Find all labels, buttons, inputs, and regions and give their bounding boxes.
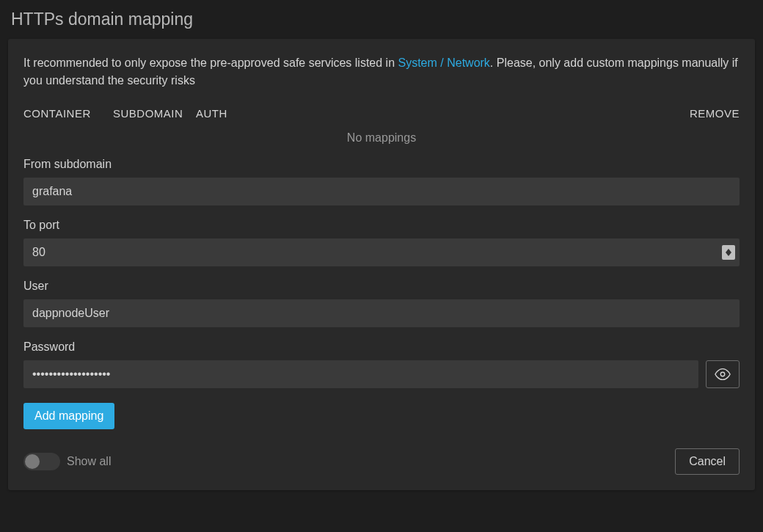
user-label: User bbox=[23, 280, 740, 293]
subdomain-input[interactable] bbox=[23, 178, 740, 205]
svg-point-0 bbox=[720, 372, 725, 376]
eye-icon bbox=[715, 366, 731, 382]
mapping-card: It recommended to only expose the pre-ap… bbox=[8, 39, 755, 490]
page-title: HTTPs domain mapping bbox=[0, 0, 763, 39]
user-input[interactable] bbox=[23, 299, 740, 327]
add-mapping-button[interactable]: Add mapping bbox=[23, 403, 114, 429]
column-subdomain: SUBDOMAIN bbox=[113, 107, 196, 120]
column-headers: CONTAINER SUBDOMAIN AUTH REMOVE bbox=[23, 107, 740, 120]
info-text: It recommended to only expose the pre-ap… bbox=[23, 54, 740, 90]
column-auth: AUTH bbox=[196, 107, 690, 120]
password-label: Password bbox=[23, 340, 740, 354]
password-input[interactable] bbox=[23, 360, 698, 388]
empty-state: No mappings bbox=[23, 130, 740, 158]
toggle-knob bbox=[25, 454, 40, 469]
cancel-button[interactable]: Cancel bbox=[675, 448, 740, 475]
subdomain-label: From subdomain bbox=[23, 158, 740, 171]
column-container: CONTAINER bbox=[23, 107, 113, 120]
port-input[interactable] bbox=[23, 238, 740, 266]
port-label: To port bbox=[23, 219, 740, 232]
info-text-before: It recommended to only expose the pre-ap… bbox=[23, 57, 398, 69]
column-remove: REMOVE bbox=[690, 107, 740, 120]
show-all-label: Show all bbox=[67, 455, 111, 468]
system-network-link[interactable]: System / Network bbox=[398, 57, 490, 69]
toggle-password-visibility-button[interactable] bbox=[706, 360, 740, 388]
port-stepper[interactable] bbox=[722, 245, 735, 260]
show-all-toggle[interactable] bbox=[23, 453, 60, 470]
